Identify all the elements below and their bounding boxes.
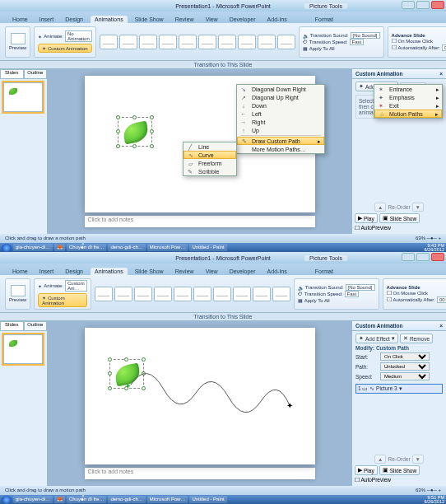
animation-list-item[interactable]: 1 ▭ ∿ Picture 3 ▾ [355,384,443,394]
notes-pane[interactable]: Click to add notes [85,216,315,227]
menu-entrance[interactable]: ✶Entrance▸ [374,85,442,93]
menu-right[interactable]: →Right [237,118,324,126]
maximize-button[interactable] [416,1,430,9]
transition-thumb[interactable] [154,287,172,301]
tab-developer[interactable]: Developer [225,268,260,275]
taskbar-item[interactable]: demo-gdi-ch… [108,244,145,251]
animate-dropdown[interactable]: No Animation [65,30,92,42]
tab-addins[interactable]: Add-Ins [263,16,291,23]
menu-exit[interactable]: ✶Exit▸ [374,101,442,110]
slide-canvas[interactable]: ▸ ✦ [85,328,315,464]
menu-line[interactable]: ╱Line [184,142,236,151]
tab-addins[interactable]: Add-Ins [263,268,291,275]
auto-after-spinner[interactable]: 00:00 [437,296,446,303]
tab-home[interactable]: Home [8,268,32,275]
tab-slideshow[interactable]: Slide Show [131,268,168,275]
transition-thumb[interactable] [95,287,113,301]
play-button[interactable]: ▶ Play [355,465,378,475]
start-dropdown[interactable]: On Click [380,352,430,361]
close-pane-icon[interactable]: × [439,71,443,77]
transition-thumb[interactable] [198,35,216,49]
slide-thumbnail-1[interactable] [3,334,43,364]
maximize-button[interactable] [416,253,430,261]
slide-thumbnail-1[interactable] [3,82,43,112]
tab-design[interactable]: Design [61,16,87,23]
slideshow-button[interactable]: ▣ Slide Show [379,465,420,475]
menu-scribble[interactable]: ✎Scribble [184,167,236,175]
selection-box[interactable] [109,359,144,389]
menu-emphasis[interactable]: ✦Emphasis▸ [374,93,442,101]
path-dropdown[interactable]: Unlocked [380,362,430,371]
auto-after-checkbox[interactable]: Automatically After: 00:00 [387,296,446,303]
menu-draw-custom-path[interactable]: ✎Draw Custom Path▸ [237,137,324,145]
preview-button[interactable]: Preview [5,26,30,58]
auto-after-spinner[interactable]: 00:00 [442,44,446,51]
selection-box[interactable] [118,117,152,147]
leaf-image[interactable] [122,121,150,145]
transition-thumb[interactable] [114,287,132,301]
close-button[interactable] [431,1,444,9]
taskbar-item[interactable]: 🦊 [54,496,65,503]
slides-tab[interactable]: Slides [0,321,24,331]
menu-up[interactable]: ↑Up [237,126,324,134]
transition-thumb[interactable] [100,35,118,49]
tab-view[interactable]: View [202,268,222,275]
taskbar-item[interactable]: Chuyển đi fre… [67,244,106,251]
menu-left[interactable]: ←Left [237,110,324,118]
minimize-button[interactable] [402,253,415,261]
menu-down[interactable]: ↓Down [237,101,324,110]
slideshow-button[interactable]: ▣ Slide Show [379,213,420,223]
autopreview-checkbox[interactable]: AutoPreview [355,225,444,231]
play-button[interactable]: ▶ Play [355,213,378,223]
transition-thumb[interactable] [258,35,276,49]
taskbar-item[interactable]: Microsoft Pow… [147,244,188,251]
custom-animation-button[interactable]: ✦ Custom Animation [38,293,86,307]
taskbar-item[interactable]: demo-gdi-ch… [108,496,145,503]
preview-button[interactable]: Preview [5,278,30,310]
tab-developer[interactable]: Developer [225,16,260,23]
transition-gallery[interactable] [100,26,295,58]
start-button[interactable] [2,496,12,504]
menu-diag-down-right[interactable]: ↘Diagonal Down Right [237,85,324,93]
start-button[interactable] [2,244,12,252]
transition-thumb[interactable] [159,35,177,49]
transition-thumb[interactable] [213,287,231,301]
custom-animation-button[interactable]: ✦ Custom Animation [38,44,91,53]
taskbar-item[interactable]: gia-chuyen-di… [13,244,53,251]
taskbar-item[interactable]: Chuyển đi fre… [67,496,106,503]
zoom-level[interactable]: 63% ─●─ + [416,486,441,495]
taskbar-item[interactable]: Microsoft Pow… [147,496,188,503]
menu-more-motion-paths[interactable]: More Motion Paths… [237,145,324,153]
transition-thumb[interactable] [119,35,137,49]
close-button[interactable] [431,253,444,261]
tab-slideshow[interactable]: Slide Show [131,16,168,23]
transition-thumb[interactable] [272,287,290,301]
close-pane-icon[interactable]: × [439,323,443,329]
transition-thumb[interactable] [139,35,157,49]
slides-tab[interactable]: Slides [0,69,24,79]
outline-tab[interactable]: Outline [24,69,48,79]
transition-thumb[interactable] [253,287,271,301]
on-click-checkbox[interactable]: On Mouse Click [387,290,446,296]
menu-motion-paths[interactable]: ☆Motion Paths▸ [374,110,442,118]
transition-thumb[interactable] [233,287,251,301]
apply-to-all-button[interactable]: ▦ Apply To All [303,45,380,51]
taskbar-item[interactable]: 🦊 [54,244,65,251]
zoom-level[interactable]: 63% ─●─ + [416,234,441,243]
leaf-image[interactable] [114,363,142,387]
motion-path-curve[interactable]: ▸ ✦ [85,328,315,464]
speed-dropdown[interactable]: Medium [380,372,430,380]
transition-thumb[interactable] [179,35,197,49]
add-effect-button[interactable]: ✦Add Effect ▾ [355,334,398,343]
transition-sound-dd[interactable]: [No Sound] [351,32,380,39]
minimize-button[interactable] [402,1,415,9]
tab-animations[interactable]: Animations [91,16,128,23]
on-click-checkbox[interactable]: On Mouse Click [392,38,446,44]
auto-after-checkbox[interactable]: Automatically After: 00:00 [392,44,446,51]
tab-review[interactable]: Review [171,268,198,275]
transition-speed-dd[interactable]: Fast [345,291,360,297]
taskbar-item[interactable]: Untitled - Paint [189,496,226,503]
tab-format[interactable]: Format [311,16,337,23]
transition-thumb[interactable] [277,35,295,49]
transition-thumb[interactable] [134,287,152,301]
